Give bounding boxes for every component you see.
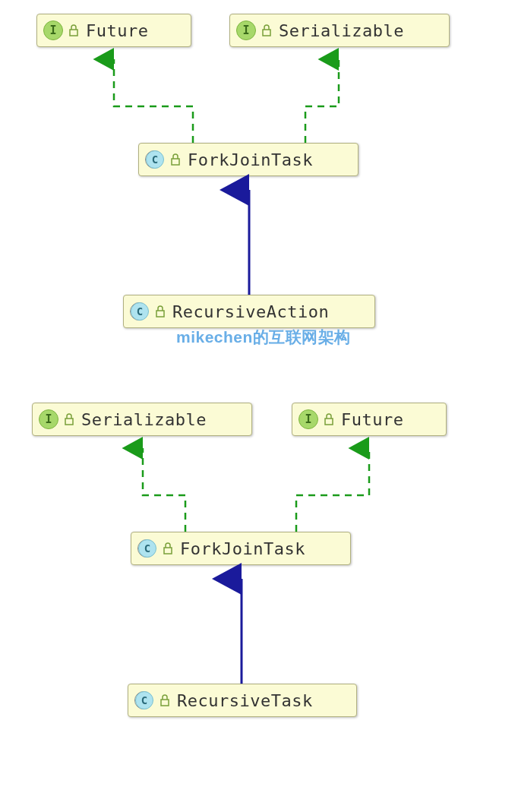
implements-arrow: [0, 0, 518, 577]
interface-icon: I: [39, 409, 58, 429]
interface-icon: I: [298, 409, 318, 429]
lock-icon: [154, 305, 166, 318]
extends-arrow: [0, 0, 518, 714]
lock-icon: [162, 542, 174, 555]
node-future-bottom: I Future: [292, 403, 447, 436]
interface-icon: I: [43, 21, 63, 40]
node-label: Serializable: [81, 410, 207, 429]
node-label: ForkJoinTask: [188, 150, 313, 169]
lock-icon: [169, 153, 182, 166]
lock-icon: [63, 412, 75, 426]
node-recursiveaction: C RecursiveAction: [123, 295, 375, 328]
lock-icon: [261, 24, 273, 37]
node-recursivetask: C RecursiveTask: [128, 684, 357, 717]
class-icon: C: [145, 150, 165, 169]
lock-icon: [68, 24, 80, 37]
class-icon: C: [137, 539, 157, 558]
interface-icon: I: [236, 21, 256, 40]
lock-icon: [323, 412, 335, 426]
lock-icon: [159, 694, 171, 707]
node-label: RecursiveTask: [177, 691, 313, 710]
class-icon: C: [130, 302, 150, 321]
node-forkjointask-bottom: C ForkJoinTask: [131, 532, 351, 565]
node-label: ForkJoinTask: [180, 539, 305, 558]
node-label: Serializable: [279, 21, 404, 40]
node-serializable-bottom: I Serializable: [32, 403, 252, 436]
node-label: RecursiveAction: [172, 302, 329, 321]
node-label: Future: [86, 21, 148, 40]
node-future-top: I Future: [36, 14, 191, 47]
node-serializable-top: I Serializable: [229, 14, 450, 47]
node-label: Future: [341, 410, 403, 429]
class-icon: C: [134, 690, 154, 710]
node-forkjointask-top: C ForkJoinTask: [138, 143, 358, 176]
watermark-text: mikechen的互联网架构: [176, 327, 351, 348]
